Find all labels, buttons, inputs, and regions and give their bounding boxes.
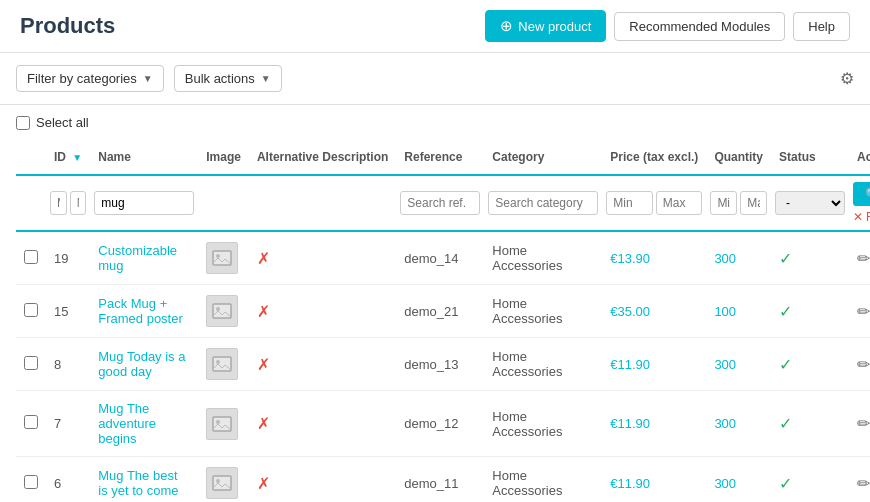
row-checkbox[interactable] — [24, 475, 38, 489]
col-image: Image — [198, 140, 249, 175]
product-name-link[interactable]: Mug Today is a good day — [98, 349, 185, 379]
product-actions: ✏ ⋮ — [849, 285, 870, 338]
product-id: 7 — [46, 391, 90, 457]
content-area: Select all ID ▼ Name Image Alternative D… — [0, 105, 870, 502]
settings-icon[interactable]: ⚙ — [840, 69, 854, 88]
table-row: 8Mug Today is a good day✗demo_13Home Acc… — [16, 338, 870, 391]
table-header-row: ID ▼ Name Image Alternative Description … — [16, 140, 870, 175]
product-quantity: 300 — [706, 231, 771, 285]
filter-actions-cell: 🔍 Search ✕ Reset — [849, 175, 870, 231]
price-max-input[interactable] — [656, 191, 703, 215]
col-checkbox — [16, 140, 46, 175]
row-checkbox-cell — [16, 285, 46, 338]
table-row: 19Customizable mug✗demo_14Home Accessori… — [16, 231, 870, 285]
product-price: €11.90 — [602, 338, 706, 391]
cross-icon: ✗ — [257, 303, 270, 320]
product-actions: ✏ ⋮ — [849, 457, 870, 503]
product-price: €11.90 — [602, 391, 706, 457]
row-checkbox[interactable] — [24, 356, 38, 370]
col-status: Status — [771, 140, 849, 175]
select-all-row: Select all — [16, 105, 854, 140]
product-status: ✓ — [771, 338, 849, 391]
row-checkbox[interactable] — [24, 303, 38, 317]
filter-category-cell — [484, 175, 602, 231]
cross-icon: ✗ — [257, 356, 270, 373]
check-icon: ✓ — [779, 356, 792, 373]
times-icon: ✕ — [853, 210, 863, 224]
help-button[interactable]: Help — [793, 12, 850, 41]
reset-link[interactable]: ✕ Reset — [853, 210, 870, 224]
top-actions: ⊕ New product Recommended Modules Help — [485, 10, 850, 42]
filter-by-categories-dropdown[interactable]: Filter by categories ▼ — [16, 65, 164, 92]
qty-min-input[interactable] — [710, 191, 737, 215]
product-thumbnail — [206, 408, 238, 440]
cross-icon: ✗ — [257, 250, 270, 267]
new-product-button[interactable]: ⊕ New product — [485, 10, 606, 42]
svg-rect-8 — [213, 476, 231, 490]
product-name-link[interactable]: Mug The best is yet to come — [98, 468, 178, 498]
id-max-input[interactable] — [70, 191, 87, 215]
product-id: 8 — [46, 338, 90, 391]
name-filter-input[interactable] — [94, 191, 194, 215]
chevron-down-icon: ▼ — [261, 73, 271, 84]
bulk-actions-dropdown[interactable]: Bulk actions ▼ — [174, 65, 282, 92]
product-name-link[interactable]: Mug The adventure begins — [98, 401, 156, 446]
product-actions: ✏ ⋮ — [849, 391, 870, 457]
row-checkbox[interactable] — [24, 415, 38, 429]
reference-filter-input[interactable] — [400, 191, 480, 215]
product-name: Customizable mug — [90, 231, 198, 285]
filter-alt-desc-cell — [249, 175, 396, 231]
product-image-cell — [198, 285, 249, 338]
product-name: Mug Today is a good day — [90, 338, 198, 391]
col-actions: Actions — [849, 140, 870, 175]
product-image-cell — [198, 231, 249, 285]
product-actions: ✏ ⋮ — [849, 231, 870, 285]
status-filter-select[interactable]: - Yes No — [775, 191, 845, 215]
filter-image-cell — [198, 175, 249, 231]
col-quantity: Quantity — [706, 140, 771, 175]
toolbar-left: Filter by categories ▼ Bulk actions ▼ — [16, 65, 282, 92]
product-status: ✓ — [771, 457, 849, 503]
product-id: 19 — [46, 231, 90, 285]
product-name-link[interactable]: Pack Mug + Framed poster — [98, 296, 183, 326]
table-row: 15Pack Mug + Framed poster✗demo_21Home A… — [16, 285, 870, 338]
product-alt-desc: ✗ — [249, 285, 396, 338]
qty-max-input[interactable] — [740, 191, 767, 215]
product-status: ✓ — [771, 285, 849, 338]
filter-id-cell — [46, 175, 90, 231]
product-id: 15 — [46, 285, 90, 338]
edit-icon[interactable]: ✏ — [857, 474, 870, 493]
product-category: Home Accessories — [484, 231, 602, 285]
product-name-link[interactable]: Customizable mug — [98, 243, 177, 273]
svg-rect-4 — [213, 357, 231, 371]
table-row: 6Mug The best is yet to come✗demo_11Home… — [16, 457, 870, 503]
filter-status-cell: - Yes No — [771, 175, 849, 231]
product-quantity: 300 — [706, 457, 771, 503]
product-quantity: 300 — [706, 338, 771, 391]
edit-icon[interactable]: ✏ — [857, 302, 870, 321]
product-thumbnail — [206, 348, 238, 380]
filter-name-cell — [90, 175, 198, 231]
edit-icon[interactable]: ✏ — [857, 355, 870, 374]
search-button[interactable]: 🔍 Search — [853, 182, 870, 206]
filter-checkbox-cell — [16, 175, 46, 231]
products-table: ID ▼ Name Image Alternative Description … — [16, 140, 870, 502]
row-checkbox-cell — [16, 231, 46, 285]
product-category: Home Accessories — [484, 285, 602, 338]
row-checkbox[interactable] — [24, 250, 38, 264]
col-id[interactable]: ID ▼ — [46, 140, 90, 175]
price-min-input[interactable] — [606, 191, 653, 215]
category-filter-input[interactable] — [488, 191, 598, 215]
edit-icon[interactable]: ✏ — [857, 249, 870, 268]
filter-qty-cell — [706, 175, 771, 231]
product-status: ✓ — [771, 391, 849, 457]
select-all-label[interactable]: Select all — [36, 115, 89, 130]
edit-icon[interactable]: ✏ — [857, 414, 870, 433]
recommended-modules-button[interactable]: Recommended Modules — [614, 12, 785, 41]
id-min-input[interactable] — [50, 191, 67, 215]
product-name: Pack Mug + Framed poster — [90, 285, 198, 338]
filter-row: - Yes No 🔍 Search ✕ Reset — [16, 175, 870, 231]
top-bar: Products ⊕ New product Recommended Modul… — [0, 0, 870, 53]
select-all-checkbox[interactable] — [16, 116, 30, 130]
product-alt-desc: ✗ — [249, 231, 396, 285]
